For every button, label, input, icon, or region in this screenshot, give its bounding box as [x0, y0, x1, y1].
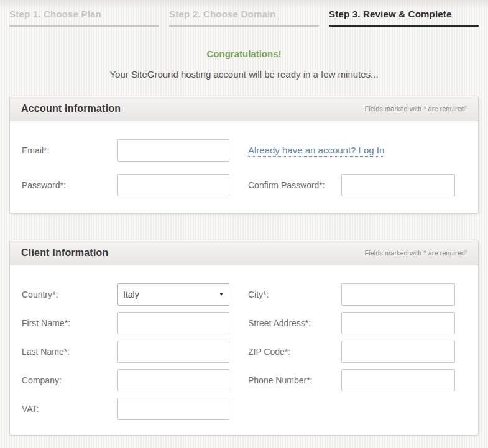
vat-field[interactable] [117, 398, 229, 420]
country-select[interactable]: Italy [117, 283, 229, 306]
first-name-field[interactable] [117, 312, 229, 334]
client-information-header: Client Information Fields marked with * … [10, 240, 478, 265]
password-row: Password*: Confirm Password*: [21, 174, 467, 196]
account-information-body: Email*: Already have an account? Log In … [10, 121, 478, 213]
account-required-note: Fields marked with * are required! [365, 105, 467, 112]
city-field[interactable] [341, 283, 455, 306]
account-information-title: Account Information [21, 103, 121, 114]
phone-number-label: Phone Number*: [248, 375, 341, 385]
zip-code-label: ZIP Code*: [248, 347, 341, 357]
company-label: Company: [21, 375, 117, 385]
login-link[interactable]: Already have an account? Log In [248, 145, 384, 157]
tab-step2-label: Step 2. Choose Domain [169, 9, 319, 25]
tab-step3-underline [329, 25, 479, 27]
vat-row: VAT: [21, 398, 467, 420]
country-label: Country*: [21, 290, 117, 299]
tab-step1-label: Step 1. Choose Plan [9, 9, 159, 25]
tab-step2-underline [169, 25, 319, 27]
tab-step3-review-complete[interactable]: Step 3. Review & Complete [329, 9, 479, 27]
client-information-body: Country*: Italy ▼ City*: First Name*: St… [10, 265, 478, 435]
congratulations-banner: Congratulations! Your SiteGround hosting… [0, 48, 488, 80]
company-phone-row: Company: Phone Number*: [21, 369, 467, 391]
city-label: City*: [248, 290, 341, 299]
client-information-title: Client Information [21, 247, 108, 258]
tab-step3-label: Step 3. Review & Complete [329, 9, 479, 25]
tab-step2-choose-domain[interactable]: Step 2. Choose Domain [169, 9, 319, 27]
phone-number-field[interactable] [341, 369, 455, 391]
street-address-label: Street Address*: [248, 318, 341, 328]
tab-step1-choose-plan[interactable]: Step 1. Choose Plan [9, 9, 159, 27]
password-field[interactable] [117, 174, 229, 196]
last-name-label: Last Name*: [21, 347, 117, 357]
first-name-label: First Name*: [21, 318, 117, 328]
confirm-password-label: Confirm Password*: [248, 180, 341, 190]
congratulations-title: Congratulations! [0, 48, 488, 59]
confirm-password-field[interactable] [341, 174, 455, 196]
vat-label: VAT: [21, 404, 117, 414]
congratulations-subtitle: Your SiteGround hosting account will be … [0, 69, 488, 80]
email-field[interactable] [117, 139, 229, 162]
email-label: Email*: [21, 145, 117, 155]
account-information-header: Account Information Fields marked with *… [10, 96, 478, 121]
country-select-wrap: Italy ▼ [117, 283, 229, 306]
step-tabs: Step 1. Choose Plan Step 2. Choose Domai… [0, 0, 488, 27]
account-information-card: Account Information Fields marked with *… [9, 96, 479, 214]
firstname-street-row: First Name*: Street Address*: [21, 312, 467, 334]
last-name-field[interactable] [117, 341, 229, 363]
client-required-note: Fields marked with * are required! [365, 249, 467, 257]
company-field[interactable] [117, 369, 229, 391]
country-city-row: Country*: Italy ▼ City*: [21, 283, 467, 306]
tab-step1-underline [9, 25, 159, 27]
street-address-field[interactable] [341, 312, 455, 334]
client-information-card: Client Information Fields marked with * … [9, 240, 479, 436]
lastname-zip-row: Last Name*: ZIP Code*: [21, 341, 467, 363]
zip-code-field[interactable] [341, 341, 455, 363]
password-label: Password*: [21, 180, 117, 190]
email-row: Email*: Already have an account? Log In [21, 139, 467, 162]
